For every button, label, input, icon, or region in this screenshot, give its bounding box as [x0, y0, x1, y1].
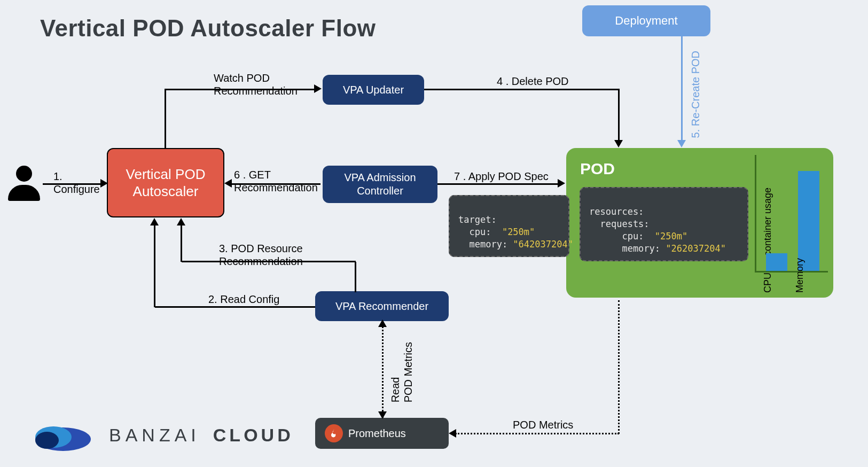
node-vpa-updater: VPA Updater	[323, 75, 424, 105]
node-deployment: Deployment	[582, 5, 710, 36]
edge-watch-v	[165, 90, 166, 148]
node-prometheus-label: Prometheus	[348, 427, 406, 440]
brand-part2: CLOUD	[213, 425, 294, 446]
label-apply: 7 . Apply POD Spec	[454, 170, 549, 183]
flame-icon	[325, 424, 343, 442]
edge-apply	[437, 183, 559, 185]
edge-delete-h	[424, 89, 620, 90]
edge-podmetrics-v	[618, 300, 620, 434]
node-vpa-admission: VPA Admission Controller	[323, 166, 437, 203]
label-readcfg: 2. Read Config	[208, 293, 279, 306]
label-podresrec: 3. POD Resource Recommendation	[219, 242, 303, 268]
arrowhead	[177, 218, 185, 225]
pod-title: POD	[580, 159, 615, 179]
arrowhead	[378, 411, 387, 419]
svg-point-2	[35, 432, 59, 449]
edge-readcfg-v	[154, 224, 155, 307]
banzai-logo-icon	[32, 419, 96, 451]
edge-rec-v	[355, 262, 356, 292]
bar-memory	[798, 171, 819, 271]
node-vpa: Vertical POD Autoscaler	[107, 148, 224, 217]
arrowhead	[677, 140, 686, 147]
node-vpa-recommender: VPA Recommender	[315, 291, 449, 321]
container-usage-chart: container usage CPU Memory	[745, 155, 828, 289]
label-delete: 4 . Delete POD	[497, 75, 569, 88]
label-configure: 1. Configure	[53, 170, 100, 196]
chart-plot	[755, 155, 828, 273]
label-getrec: 6 . GET Recommendation	[234, 168, 318, 194]
arrowhead	[224, 179, 232, 188]
edge-delete-v	[618, 89, 620, 141]
node-prometheus: Prometheus	[315, 418, 449, 449]
arrowhead	[614, 140, 623, 147]
label-readmetrics: Read POD Metrics	[389, 342, 415, 402]
diagram-title: Vertical POD Autoscaler Flow	[40, 15, 376, 42]
brand-footer: BANZAI CLOUD	[32, 419, 294, 451]
user-icon	[5, 166, 43, 206]
brand-part1: BANZAI	[109, 425, 200, 446]
bar-cpu	[766, 253, 787, 271]
edge-rec-v2	[181, 224, 182, 262]
xlabel-cpu: CPU	[762, 273, 773, 293]
arrowhead	[378, 320, 387, 327]
arrowhead	[150, 218, 159, 225]
edge-recreate	[681, 36, 683, 141]
edge-readcfg-h	[155, 306, 315, 308]
diagram-canvas: Vertical POD Autoscaler Flow Deployment …	[0, 0, 868, 467]
arrowhead	[558, 179, 565, 188]
label-recreate: 5. Re-Create POD	[689, 51, 702, 138]
arrowhead	[449, 429, 456, 438]
arrowhead	[314, 84, 322, 93]
target-spec: target: cpu: "250m" memory: "642037204"	[449, 195, 569, 257]
xlabel-memory: Memory	[794, 258, 806, 293]
pod-resources-spec: resources: requests: cpu: "250m" memory:…	[580, 187, 748, 261]
arrowhead	[100, 179, 108, 188]
edge-podmetrics-h	[455, 433, 619, 434]
edge-readmetrics	[382, 321, 384, 418]
label-watch: Watch POD Recommendation	[214, 72, 298, 97]
label-podmetrics: POD Metrics	[513, 418, 573, 431]
